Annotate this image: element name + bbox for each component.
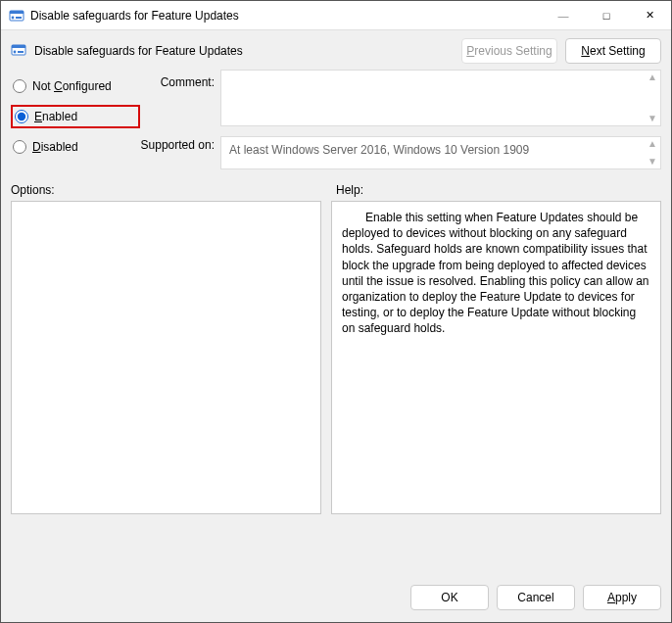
- minimize-button[interactable]: —: [542, 1, 585, 30]
- radio-enabled-input[interactable]: [15, 110, 28, 123]
- previous-setting-button[interactable]: Previous Setting: [461, 38, 557, 64]
- svg-rect-5: [12, 45, 25, 48]
- svg-rect-7: [18, 51, 24, 53]
- radio-enabled[interactable]: Enabled: [11, 105, 140, 128]
- close-button[interactable]: ✕: [628, 1, 671, 30]
- window-title: Disable safeguards for Feature Updates: [30, 9, 542, 23]
- panes: Enable this setting when Feature Updates…: [1, 201, 671, 573]
- ok-button[interactable]: OK: [410, 585, 489, 610]
- scroll-icon: ▲▼: [647, 139, 658, 167]
- svg-point-6: [14, 51, 17, 54]
- help-pane: Enable this setting when Feature Updates…: [331, 201, 661, 514]
- radio-not-configured-input[interactable]: [13, 79, 26, 93]
- next-setting-button[interactable]: Next Setting: [565, 38, 661, 64]
- cancel-button[interactable]: Cancel: [497, 585, 575, 610]
- upper-area: Not Configured Enabled Disabled Comment:…: [1, 70, 671, 169]
- apply-button[interactable]: Apply: [583, 585, 661, 610]
- radio-disabled[interactable]: Disabled: [11, 136, 140, 158]
- footer: OK Cancel Apply: [1, 573, 671, 622]
- svg-rect-1: [10, 11, 24, 14]
- supported-on-field: At least Windows Server 2016, Windows 10…: [220, 136, 661, 169]
- pane-labels: Options: Help:: [1, 169, 671, 201]
- options-label: Options:: [11, 183, 336, 197]
- supported-on-value: At least Windows Server 2016, Windows 10…: [229, 143, 529, 157]
- scroll-icon: ▲▼: [647, 72, 658, 123]
- radio-disabled-input[interactable]: [13, 140, 26, 154]
- header: Disable safeguards for Feature Updates P…: [1, 30, 671, 70]
- svg-point-2: [12, 16, 15, 19]
- policy-icon: [11, 42, 28, 60]
- header-title: Disable safeguards for Feature Updates: [34, 44, 454, 58]
- titlebar: Disable safeguards for Feature Updates —…: [1, 1, 671, 30]
- policy-dialog: Disable safeguards for Feature Updates —…: [0, 0, 672, 623]
- help-label: Help:: [336, 183, 363, 197]
- policy-icon: [9, 8, 24, 24]
- options-pane: [11, 201, 321, 514]
- help-text: Enable this setting when Feature Updates…: [342, 210, 650, 337]
- supported-label: Supported on:: [140, 132, 220, 152]
- maximize-button[interactable]: □: [585, 1, 628, 30]
- svg-rect-3: [16, 17, 22, 19]
- comment-label: Comment:: [140, 70, 220, 89]
- state-radios: Not Configured Enabled Disabled: [11, 70, 140, 166]
- radio-not-configured[interactable]: Not Configured: [11, 75, 140, 97]
- window-controls: — □ ✕: [542, 1, 671, 30]
- comment-field[interactable]: ▲▼: [220, 70, 661, 126]
